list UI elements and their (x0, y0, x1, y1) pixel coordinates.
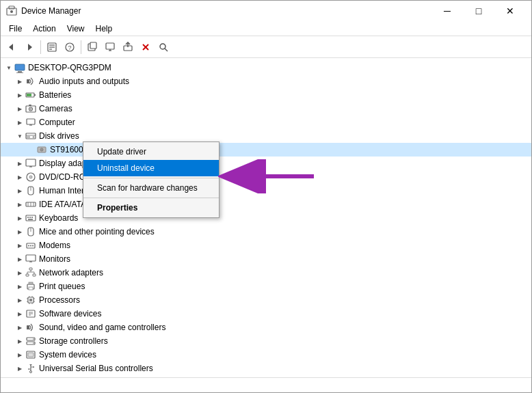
window-icon (6, 5, 17, 16)
menu-action[interactable]: Action (27, 23, 61, 35)
status-bar (1, 377, 531, 392)
svg-line-20 (165, 49, 168, 51)
computer-label: Computer (39, 118, 75, 127)
root-expand-icon: ▼ (3, 62, 14, 73)
software-expand-icon: ▶ (14, 308, 25, 319)
svg-rect-22 (18, 71, 22, 72)
svg-marker-3 (9, 44, 13, 51)
monitor-button[interactable] (102, 39, 118, 55)
svg-rect-27 (27, 94, 31, 96)
svg-rect-68 (29, 268, 32, 270)
storage-label: Storage controllers (39, 336, 108, 346)
svg-rect-12 (90, 42, 96, 49)
svg-marker-4 (28, 44, 32, 51)
svg-rect-58 (28, 219, 33, 220)
tree-item-keyboards[interactable]: ▶ Keyboards (1, 211, 531, 225)
svg-rect-37 (27, 136, 30, 138)
tree-item-audio[interactable]: ▶ Audio inputs and outputs (1, 74, 531, 88)
device-manager-window: Device Manager ─ □ ✕ File Action View He… (0, 0, 532, 393)
svg-rect-23 (16, 72, 23, 73)
show-hidden-button[interactable] (84, 39, 101, 55)
monitors-icon (25, 254, 36, 265)
tree-item-storage[interactable]: ▶ Storage controllers (1, 334, 531, 348)
scan-button[interactable] (155, 39, 172, 55)
menu-help[interactable]: Help (90, 23, 118, 35)
tree-item-batteries[interactable]: ▶ Batteries (1, 88, 531, 102)
tree-item-network[interactable]: ▶ Network adapters (1, 266, 531, 280)
print-label: Print queues (39, 282, 85, 291)
system-expand-icon: ▶ (14, 349, 25, 360)
tree-view[interactable]: ▼ DESKTOP-QRG3PDM ▶ (1, 58, 531, 377)
tree-item-software[interactable]: ▶ Software devices (1, 307, 531, 321)
svg-marker-100 (29, 364, 32, 366)
batteries-label: Batteries (39, 90, 71, 100)
close-button[interactable]: ✕ (494, 1, 526, 21)
cameras-expand-icon: ▶ (14, 103, 25, 114)
monitors-expand-icon: ▶ (14, 254, 25, 265)
tree-item-computer[interactable]: ▶ Computer (1, 116, 531, 129)
svg-point-2 (10, 10, 13, 13)
svg-point-95 (33, 338, 34, 340)
keyboards-icon (25, 213, 36, 223)
hid-expand-icon: ▶ (14, 185, 25, 196)
svg-rect-26 (34, 94, 36, 96)
batteries-icon (25, 90, 36, 100)
context-uninstall-device[interactable]: Uninstall device (83, 160, 219, 176)
tree-item-sound[interactable]: ▶ Sound, video and game controllers (1, 321, 531, 334)
tree-item-system[interactable]: ▶ System devices (1, 348, 531, 362)
tree-item-print[interactable]: ▶ Print queues (1, 280, 531, 293)
tree-item-display[interactable]: ▶ Display adapters (1, 157, 531, 170)
svg-point-41 (41, 149, 42, 150)
properties-button[interactable] (44, 39, 60, 55)
tree-item-usb[interactable]: ▶ Universal Serial Bus controllers (1, 362, 531, 375)
storage-icon (25, 336, 36, 347)
tree-item-hid[interactable]: ▶ Human Interface Devices (1, 184, 531, 198)
help-button[interactable]: ? (62, 39, 78, 55)
svg-point-30 (30, 109, 31, 110)
tree-item-disk-drives[interactable]: ▼ Disk drives (1, 129, 531, 143)
update-driver-button[interactable] (120, 39, 136, 55)
ide-icon (25, 199, 36, 210)
context-update-driver[interactable]: Update driver (83, 144, 219, 160)
menu-file[interactable]: File (3, 23, 27, 35)
uninstall-button[interactable] (137, 39, 154, 55)
svg-rect-13 (106, 43, 114, 49)
system-icon (25, 349, 36, 360)
tree-item-cameras[interactable]: ▶ Cameras (1, 102, 531, 116)
svg-rect-65 (26, 255, 36, 261)
display-icon (25, 158, 36, 169)
svg-rect-77 (29, 287, 33, 290)
svg-point-19 (160, 44, 165, 49)
print-expand-icon: ▶ (14, 281, 25, 292)
back-button[interactable] (3, 39, 20, 55)
tree-item-monitors[interactable]: ▶ Monitors (1, 252, 531, 266)
network-expand-icon: ▶ (14, 267, 25, 278)
maximize-button[interactable]: □ (463, 1, 494, 21)
tree-root[interactable]: ▼ DESKTOP-QRG3PDM (1, 61, 531, 74)
tree-item-dvd[interactable]: ▶ DVD/CD-ROM drives (1, 170, 531, 184)
tree-item-mice[interactable]: ▶ Mice and other pointing devices (1, 225, 531, 239)
modems-expand-icon: ▶ (14, 240, 25, 251)
system-label: System devices (39, 350, 96, 360)
hid-icon (25, 185, 36, 196)
modems-label: Modems (39, 241, 70, 250)
svg-rect-92 (27, 325, 29, 329)
minimize-button[interactable]: ─ (431, 1, 463, 21)
tree-item-harddisk[interactable]: ST91600AG (1, 143, 531, 157)
context-scan-hardware[interactable]: Scan for hardware changes (83, 180, 219, 196)
forward-button[interactable] (21, 39, 38, 55)
tree-item-ide[interactable]: ▶ IDE ATA/ATAPI controllers (1, 198, 531, 211)
context-properties[interactable]: Properties (83, 200, 219, 216)
svg-point-62 (28, 245, 29, 247)
menu-view[interactable]: View (62, 23, 90, 35)
storage-expand-icon: ▶ (14, 336, 25, 347)
tree-item-processors[interactable]: ▶ Processors (1, 293, 531, 307)
svg-rect-57 (31, 217, 33, 218)
svg-rect-21 (15, 64, 25, 70)
tree-item-modems[interactable]: ▶ Modems (1, 239, 531, 252)
usb-expand-icon: ▶ (14, 363, 25, 374)
svg-rect-76 (29, 282, 33, 284)
toolbar: ? (1, 36, 531, 58)
sound-label: Sound, video and game controllers (39, 323, 165, 332)
monitors-label: Monitors (39, 254, 70, 264)
